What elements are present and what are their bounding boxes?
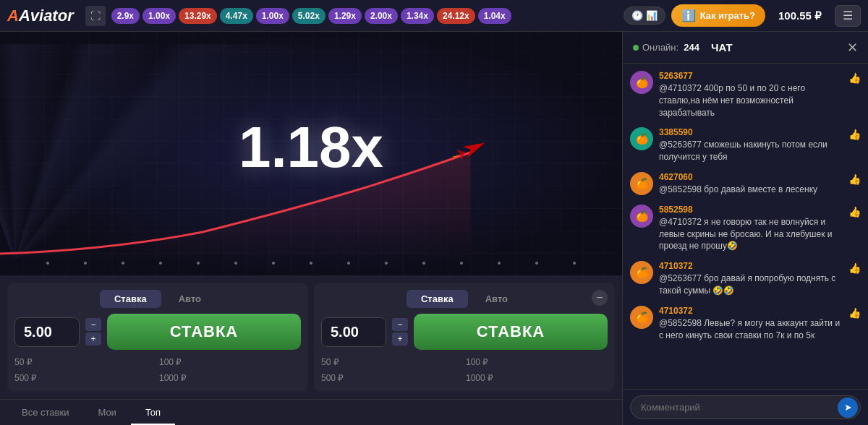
logo: AAviator (7, 7, 74, 25)
betting-section: Ставка Авто 5.00 − + СТАВКА 50 ₽ 100 ₽ 5… (0, 275, 622, 399)
axis-dot (385, 262, 388, 265)
how-to-play-button[interactable]: ℹ️ Как играть? (671, 4, 765, 27)
chat-input-wrapper: ➤ (630, 395, 861, 419)
axis-dot (460, 262, 463, 265)
online-count: 244 (684, 42, 699, 53)
bet-minus-2[interactable]: − (392, 318, 408, 331)
message-text: @5263677 сможешь накинуть потом если пол… (659, 139, 843, 163)
quick-50-2[interactable]: 50 ₽ (321, 356, 463, 369)
axis-dot (272, 262, 275, 265)
multiplier-history: 2.9x1.00x13.29x4.47x1.00x5.02x1.29x2.00x… (111, 8, 618, 24)
panel-minus-button[interactable]: − (592, 290, 608, 306)
like-button[interactable]: 👍 (848, 262, 861, 274)
bet-tab-auto-2[interactable]: Авто (471, 290, 522, 308)
like-button[interactable]: 👍 (848, 129, 861, 140)
like-button[interactable]: 👍 (848, 307, 861, 319)
multiplier-badge: 5.02x (292, 8, 326, 24)
multiplier-badge: 24.12x (437, 8, 475, 24)
axis-dot (159, 262, 162, 265)
bet-tab-auto-1[interactable]: Авто (164, 290, 216, 308)
stake-button-2[interactable]: СТАВКА (414, 314, 608, 350)
multiplier-badge: 1.04x (478, 8, 511, 24)
chat-message: 🍊 4627060 @5852598 бро давай вместе в ле… (630, 172, 861, 196)
bet-panel-2: − Ставка Авто 5.00 − + СТАВКА 50 ₽ 100 ₽ (314, 283, 615, 392)
message-text: @4710372 я не говорю так не волнуйся и л… (659, 216, 843, 252)
message-username: 5852598 (659, 205, 843, 215)
message-text: @5263677 бро давай я попробую поднять с … (659, 272, 843, 297)
axis-dot (46, 262, 49, 265)
chat-header: Онлайн: 244 ЧАТ ✕ (623, 32, 868, 64)
quick-1000-2[interactable]: 1000 ₽ (466, 372, 608, 385)
axis-dot (197, 262, 200, 265)
balance-display: 100.55 ₽ (771, 9, 829, 22)
multiplier-badge: 2.9x (111, 8, 140, 24)
avatar: 🍊 (630, 71, 653, 94)
bets-tab-top[interactable]: Топ (131, 401, 175, 425)
game-area: 1.18x (0, 32, 622, 425)
message-text: @4710372 400р по 50 и по 20 с него ставл… (659, 82, 843, 119)
like-button[interactable]: 👍 (848, 72, 861, 84)
game-canvas: 1.18x (0, 32, 622, 275)
quick-amounts-2: 50 ₽ 100 ₽ 500 ₽ 1000 ₽ (321, 356, 608, 385)
quick-1000-1[interactable]: 1000 ₽ (159, 372, 301, 385)
chat-input[interactable] (630, 395, 861, 419)
bet-amount-2[interactable]: 5.00 (321, 317, 386, 347)
bet-plus-2[interactable]: + (392, 332, 408, 345)
quick-50-1[interactable]: 50 ₽ (14, 356, 156, 369)
message-content: 4627060 @5852598 бро давай вместе в лесе… (659, 172, 843, 196)
bet-amount-1[interactable]: 5.00 (14, 317, 80, 347)
quick-500-1[interactable]: 500 ₽ (14, 372, 156, 385)
bet-row-1: 5.00 − + СТАВКА (14, 314, 301, 350)
chat-message: 🍊 4710372 @5852598 Левые? я могу на акка… (630, 306, 861, 342)
expand-button[interactable]: ⛶ (85, 6, 106, 26)
info-icon: ℹ️ (681, 9, 696, 22)
message-username: 4710372 (659, 261, 843, 271)
bet-row-2: 5.00 − + СТАВКА (321, 314, 608, 350)
multiplier-badge: 4.47x (220, 8, 253, 24)
chat-close-button[interactable]: ✕ (847, 40, 858, 56)
bet-controls-2: − + (392, 318, 408, 345)
bet-plus-1[interactable]: + (85, 332, 101, 345)
multiplier-badge: 13.29x (179, 8, 217, 24)
bet-controls-1: − + (85, 318, 101, 345)
bet-tab-stake-1[interactable]: Ставка (100, 290, 161, 308)
menu-button[interactable]: ☰ (835, 5, 861, 27)
axis-dot (84, 262, 87, 265)
history-button[interactable]: 🕐 📊 (624, 7, 665, 25)
message-content: 4710372 @5852598 Левые? я могу на аккаун… (659, 306, 843, 342)
multiplier-badge: 2.00x (365, 8, 398, 24)
clock-icon: 🕐 (631, 10, 643, 21)
chat-message: 🍊 5852598 @4710372 я не говорю так не во… (630, 205, 861, 252)
chat-message: 🍊 3385590 @5263677 сможешь накинуть пото… (630, 127, 861, 163)
avatar: 🍊 (630, 306, 653, 329)
multiplier-display: 1.18x (239, 113, 383, 180)
multiplier-badge: 1.34x (401, 8, 434, 24)
bets-tab-all[interactable]: Все ставки (7, 401, 83, 425)
axis-dots (0, 262, 622, 265)
main-content: 1.18x (0, 32, 868, 425)
message-username: 3385590 (659, 127, 843, 137)
quick-100-2[interactable]: 100 ₽ (466, 356, 608, 369)
like-button[interactable]: 👍 (848, 173, 861, 185)
header: AAviator ⛶ 2.9x1.00x13.29x4.47x1.00x5.02… (0, 0, 868, 32)
avatar: 🍊 (630, 261, 653, 284)
bets-tabs-bar: Все ставки Мои Топ (0, 399, 622, 425)
message-text: @5852598 бро давай вместе в лесенку (659, 184, 843, 196)
online-badge: Онлайн: 244 (633, 42, 699, 53)
quick-500-2[interactable]: 500 ₽ (321, 372, 463, 385)
message-username: 5263677 (659, 71, 843, 81)
axis-dot (310, 262, 312, 265)
axis-dot (498, 262, 501, 265)
quick-100-1[interactable]: 100 ₽ (159, 356, 301, 369)
message-content: 3385590 @5263677 сможешь накинуть потом … (659, 127, 843, 163)
like-button[interactable]: 👍 (848, 206, 861, 218)
avatar: 🍊 (630, 127, 653, 150)
bet-minus-1[interactable]: − (85, 318, 101, 331)
chat-message: 🍊 5263677 @4710372 400р по 50 и по 20 с … (630, 71, 861, 119)
bet-tab-stake-2[interactable]: Ставка (407, 290, 468, 308)
online-label: Онлайн: (642, 42, 678, 53)
chat-panel: Онлайн: 244 ЧАТ ✕ 🍊 5263677 @4710372 400… (622, 32, 868, 425)
stake-button-1[interactable]: СТАВКА (107, 314, 301, 350)
bets-tab-mine[interactable]: Мои (83, 401, 130, 425)
chat-send-button[interactable]: ➤ (838, 398, 858, 418)
